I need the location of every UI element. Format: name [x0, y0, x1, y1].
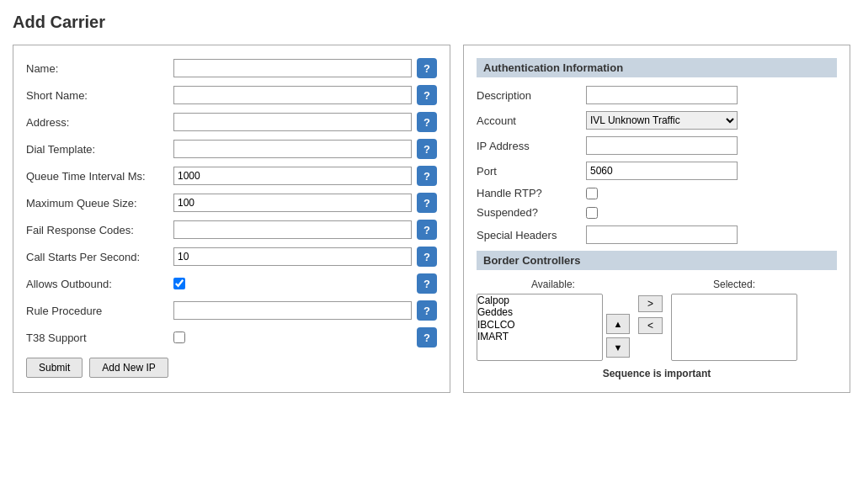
input-short-name[interactable] [173, 86, 412, 104]
help-max-queue[interactable] [417, 193, 437, 213]
field-row-call-starts: Call Starts Per Second: [26, 247, 437, 267]
auth-label-description: Description [477, 89, 586, 102]
auth-input-description[interactable] [586, 86, 738, 104]
auth-label-handle-rtp: Handle RTP? [477, 187, 586, 199]
bc-selected-list[interactable] [671, 294, 797, 361]
auth-row-special-headers: Special Headers [477, 225, 837, 244]
auth-label-port: Port [477, 165, 586, 178]
input-queue-time[interactable] [173, 167, 412, 185]
label-address: Address: [26, 116, 173, 129]
right-panel: Authentication Information Description A… [463, 45, 850, 393]
bc-move-right-button[interactable]: > [638, 295, 663, 312]
bc-selected-label: Selected: [713, 279, 755, 290]
input-call-starts[interactable] [173, 247, 412, 266]
checkbox-allows-outbound[interactable] [173, 278, 185, 289]
label-rule-procedure: Rule Procedure [26, 305, 173, 317]
label-allows-outbound: Allows Outbound: [26, 278, 173, 290]
bc-columns: Available: Calpop Geddes IBCLCO IMART ▲ … [477, 279, 837, 361]
auth-row-suspended: Suspended? [477, 206, 837, 219]
main-container: Name: Short Name: Address: Dial Template… [13, 45, 850, 393]
sequence-note: Sequence is important [477, 368, 837, 379]
input-fail-codes[interactable] [173, 220, 412, 239]
auth-row-ip: IP Address [477, 136, 837, 155]
auth-input-special-headers[interactable] [586, 225, 738, 244]
field-row-queue-time: Queue Time Interval Ms: [26, 166, 437, 186]
help-short-name[interactable] [417, 85, 437, 105]
label-t38: T38 Support [26, 332, 173, 344]
field-row-max-queue: Maximum Queue Size: [26, 193, 437, 213]
field-row-address: Address: [26, 112, 437, 132]
help-queue-time[interactable] [417, 166, 437, 186]
input-rule-procedure[interactable] [173, 301, 412, 320]
add-new-ip-button[interactable]: Add New IP [89, 358, 168, 378]
field-row-short-name: Short Name: [26, 85, 437, 105]
field-row-allows-outbound: Allows Outbound: [26, 273, 437, 294]
bc-arrows: ▲ ▼ [606, 294, 630, 361]
auth-section-header: Authentication Information [477, 58, 837, 77]
page-title: Add Carrier [13, 13, 850, 32]
help-fail-codes[interactable] [417, 220, 437, 240]
left-panel: Name: Short Name: Address: Dial Template… [13, 45, 450, 393]
input-max-queue[interactable] [173, 194, 412, 212]
auth-row-account: Account IVL Unknown Traffic Other Accoun… [477, 111, 837, 130]
field-row-fail-codes: Fail Response Codes: [26, 220, 437, 240]
bc-available-col: Available: Calpop Geddes IBCLCO IMART ▲ … [477, 279, 630, 361]
auth-input-port[interactable] [586, 162, 738, 180]
label-dial-template: Dial Template: [26, 143, 173, 156]
label-short-name: Short Name: [26, 89, 173, 102]
auth-label-suspended: Suspended? [477, 206, 586, 219]
border-ctrl-header: Border Controllers [477, 251, 837, 270]
bc-arrow-up[interactable]: ▲ [606, 314, 630, 334]
auth-row-handle-rtp: Handle RTP? [477, 187, 837, 199]
field-row-dial-template: Dial Template: [26, 139, 437, 159]
auth-label-special-headers: Special Headers [477, 229, 586, 241]
help-address[interactable] [417, 112, 437, 132]
bc-selected-col: Selected: [671, 279, 797, 361]
field-row-t38: T38 Support [26, 327, 437, 347]
checkbox-t38[interactable] [173, 332, 185, 343]
auth-checkbox-handle-rtp[interactable] [586, 188, 598, 199]
help-dial-template[interactable] [417, 139, 437, 159]
input-dial-template[interactable] [173, 140, 412, 158]
action-buttons: Submit Add New IP [26, 358, 437, 378]
bc-available-list[interactable]: Calpop Geddes IBCLCO IMART [477, 294, 603, 361]
help-rule-procedure[interactable] [417, 300, 437, 321]
field-row-rule-procedure: Rule Procedure [26, 300, 437, 321]
label-name: Name: [26, 62, 173, 75]
border-ctrl-container: Available: Calpop Geddes IBCLCO IMART ▲ … [477, 279, 837, 379]
auth-select-account[interactable]: IVL Unknown Traffic Other Account [586, 111, 738, 130]
field-row-name: Name: [26, 58, 437, 78]
input-name[interactable] [173, 59, 412, 77]
help-t38[interactable] [417, 327, 437, 347]
label-max-queue: Maximum Queue Size: [26, 197, 173, 210]
submit-button[interactable]: Submit [26, 358, 83, 378]
auth-label-ip: IP Address [477, 140, 586, 152]
auth-input-ip[interactable] [586, 136, 738, 155]
bc-available-label: Available: [531, 279, 575, 290]
input-address[interactable] [173, 113, 412, 131]
auth-row-description: Description [477, 86, 837, 104]
label-call-starts: Call Starts Per Second: [26, 251, 173, 263]
help-call-starts[interactable] [417, 247, 437, 267]
bc-transfer-btns: > < [638, 279, 663, 334]
auth-label-account: Account [477, 114, 586, 127]
bc-arrow-down[interactable]: ▼ [606, 337, 630, 358]
label-queue-time: Queue Time Interval Ms: [26, 170, 173, 183]
help-allows-outbound[interactable] [417, 273, 437, 294]
label-fail-codes: Fail Response Codes: [26, 224, 173, 236]
auth-checkbox-suspended[interactable] [586, 207, 598, 219]
auth-row-port: Port [477, 162, 837, 180]
help-name[interactable] [417, 58, 437, 78]
bc-move-left-button[interactable]: < [638, 317, 663, 334]
